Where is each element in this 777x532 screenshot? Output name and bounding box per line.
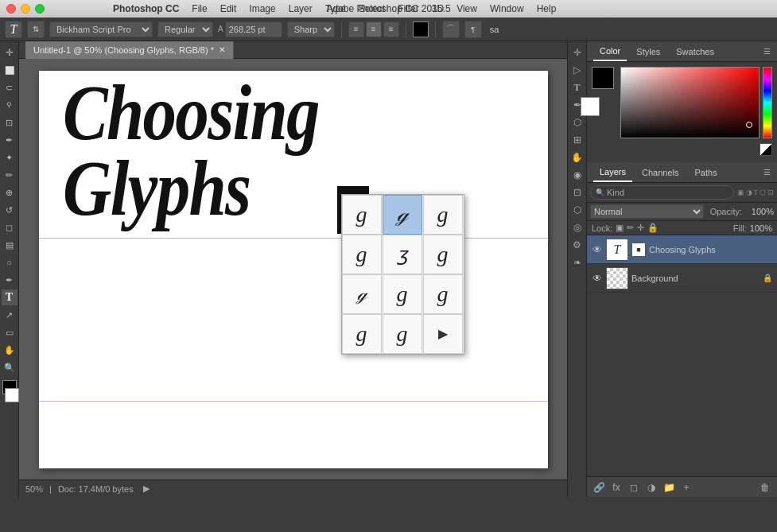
glyph-cell-2[interactable]: g bbox=[423, 195, 463, 235]
hand-mini-tool[interactable]: ✋ bbox=[569, 150, 585, 165]
canvas-scroll[interactable]: Choosing Glyphs g ℊ g bbox=[19, 59, 567, 480]
zoom-tool[interactable]: 🔍 bbox=[2, 359, 17, 375]
pen-tool[interactable]: ✒ bbox=[2, 272, 17, 288]
marquee-tool[interactable]: ⬜ bbox=[2, 62, 17, 78]
layers-panel-menu[interactable]: ☰ bbox=[763, 168, 771, 177]
adjustment-btn[interactable]: ◑ bbox=[644, 480, 659, 495]
box-mini-tool[interactable]: ⊡ bbox=[569, 184, 585, 200]
document-tab[interactable]: Untitled-1 @ 50% (Choosing Glyphs, RGB/8… bbox=[25, 41, 234, 59]
layer-item-text[interactable]: 👁 T ■ Choosing Glyphs bbox=[587, 235, 777, 264]
text-tool-icon[interactable]: T bbox=[5, 21, 22, 38]
shape-mini-tool[interactable]: ⬡ bbox=[569, 115, 585, 130]
tab-layers[interactable]: Layers bbox=[593, 163, 632, 182]
hand-tool[interactable]: ✋ bbox=[2, 342, 17, 358]
move-anchor-tool[interactable]: ✛ bbox=[569, 45, 585, 60]
menu-layer[interactable]: Layer bbox=[289, 3, 313, 14]
quick-select-tool[interactable]: ⚲ bbox=[2, 97, 17, 113]
menu-image[interactable]: Image bbox=[249, 3, 275, 14]
circle-mini-tool[interactable]: ◎ bbox=[569, 219, 585, 235]
glyph-cell-10[interactable]: g bbox=[383, 314, 422, 354]
spectrum-mini-bar[interactable] bbox=[760, 143, 772, 156]
adjustment-filter-icon[interactable]: ◑ bbox=[746, 188, 752, 196]
layer-effects-btn[interactable]: fx bbox=[609, 480, 624, 495]
font-family-select[interactable]: Bickham Script Pro bbox=[49, 21, 153, 37]
text-orientation-icon[interactable]: ⇅ bbox=[27, 21, 45, 38]
menu-view[interactable]: View bbox=[456, 3, 477, 14]
layer-visibility-toggle-1[interactable]: 👁 bbox=[592, 273, 603, 284]
opacity-value[interactable]: 100% bbox=[745, 207, 774, 216]
glyph-cell-6[interactable]: ℊ bbox=[342, 274, 382, 314]
align-right-button[interactable]: ≡ bbox=[383, 21, 399, 37]
lock-image-icon[interactable]: ✏ bbox=[627, 223, 634, 233]
menu-window[interactable]: Window bbox=[490, 3, 524, 14]
smart-filter-icon[interactable]: ⊡ bbox=[767, 188, 774, 196]
pixel-filter-icon[interactable]: ▣ bbox=[737, 188, 744, 196]
settings-mini-tool[interactable]: ⚙ bbox=[569, 237, 585, 253]
glyph-cell-8[interactable]: g bbox=[423, 274, 463, 314]
align-center-button[interactable]: ≡ bbox=[366, 21, 382, 37]
lock-position-icon[interactable]: ✛ bbox=[637, 223, 644, 233]
cube-mini-tool[interactable]: ⬡ bbox=[569, 202, 585, 218]
dodge-tool[interactable]: ○ bbox=[2, 254, 17, 270]
font-style-select[interactable]: Regular bbox=[157, 21, 213, 37]
panel-menu-icon[interactable]: ☰ bbox=[763, 47, 771, 56]
tab-swatches[interactable]: Swatches bbox=[670, 42, 721, 61]
align-left-button[interactable]: ≡ bbox=[348, 21, 364, 37]
menu-help[interactable]: Help bbox=[537, 3, 557, 14]
spot-heal-tool[interactable]: ✦ bbox=[2, 150, 17, 165]
layer-visibility-toggle-0[interactable]: 👁 bbox=[592, 244, 603, 255]
maximize-button[interactable] bbox=[35, 4, 45, 14]
layer-item-bg[interactable]: 👁 Background 🔒 bbox=[587, 264, 777, 293]
char-panel-icon[interactable]: ¶ bbox=[464, 21, 482, 38]
note-mini-tool[interactable]: ⊞ bbox=[569, 132, 585, 148]
glyph-cell-4[interactable]: ʒ bbox=[383, 235, 422, 274]
tab-styles[interactable]: Styles bbox=[630, 42, 666, 61]
type-filter-icon[interactable]: T bbox=[754, 188, 759, 196]
brush-tool[interactable]: ✏ bbox=[2, 167, 17, 183]
glyph-cell-0[interactable]: g bbox=[342, 195, 382, 235]
new-layer-btn[interactable]: + bbox=[679, 480, 693, 495]
history-tool[interactable]: ↺ bbox=[2, 202, 17, 218]
lock-all-icon[interactable]: 🔒 bbox=[647, 223, 659, 233]
type-mini-tool[interactable]: T bbox=[569, 80, 585, 95]
move-tool[interactable]: ✛ bbox=[2, 45, 17, 60]
clone-tool[interactable]: ⊕ bbox=[2, 184, 17, 200]
minimize-button[interactable] bbox=[21, 4, 30, 14]
lock-transparent-icon[interactable]: ▣ bbox=[616, 223, 624, 233]
text-color-swatch[interactable] bbox=[413, 21, 429, 37]
warp-text-icon[interactable]: ⌒ bbox=[442, 21, 460, 38]
color-spectrum[interactable] bbox=[763, 67, 772, 138]
foreground-swatch[interactable] bbox=[592, 67, 614, 89]
shape-tool[interactable]: ▭ bbox=[2, 324, 17, 340]
glyph-picker[interactable]: g ℊ g g ʒ g ℊ g g g g ▶ bbox=[341, 194, 464, 355]
shape-filter-icon[interactable]: ⬡ bbox=[760, 188, 766, 196]
eyedropper-tool[interactable]: ✒ bbox=[2, 132, 17, 148]
eraser-tool[interactable]: ◻ bbox=[2, 219, 17, 235]
glyph-more-arrow[interactable]: ▶ bbox=[423, 314, 463, 354]
tab-color[interactable]: Color bbox=[593, 42, 627, 61]
glyph-cell-9[interactable]: g bbox=[342, 314, 382, 354]
tab-close-button[interactable]: ✕ bbox=[219, 45, 225, 54]
tab-paths[interactable]: Paths bbox=[689, 163, 724, 182]
glyph-cell-3[interactable]: g bbox=[342, 235, 382, 274]
menu-edit[interactable]: Edit bbox=[220, 3, 237, 14]
font-size-input[interactable] bbox=[225, 21, 282, 37]
menu-photoshop[interactable]: Photoshop CC bbox=[113, 3, 179, 14]
add-mask-btn[interactable]: ◻ bbox=[627, 480, 641, 495]
crop-tool[interactable]: ⊡ bbox=[2, 115, 17, 130]
gradient-tool[interactable]: ▤ bbox=[2, 237, 17, 253]
status-arrow[interactable]: ▶ bbox=[143, 483, 150, 494]
anti-alias-select[interactable]: Sharp bbox=[287, 21, 335, 37]
type-tool[interactable]: T bbox=[2, 289, 17, 305]
background-color-btn[interactable] bbox=[5, 388, 19, 402]
group-btn[interactable]: 📁 bbox=[662, 480, 676, 495]
glyph-cell-5[interactable]: g bbox=[423, 235, 463, 274]
close-button[interactable] bbox=[6, 4, 16, 14]
leaf-mini-tool[interactable]: ❧ bbox=[569, 254, 585, 270]
eye-mini-tool[interactable]: ◉ bbox=[569, 167, 585, 183]
fill-value[interactable]: 100% bbox=[750, 223, 772, 233]
glyph-cell-7[interactable]: g bbox=[383, 274, 422, 314]
lasso-tool[interactable]: ⊂ bbox=[2, 80, 17, 95]
background-swatch[interactable] bbox=[581, 97, 600, 116]
delete-layer-btn[interactable]: 🗑 bbox=[758, 480, 772, 495]
